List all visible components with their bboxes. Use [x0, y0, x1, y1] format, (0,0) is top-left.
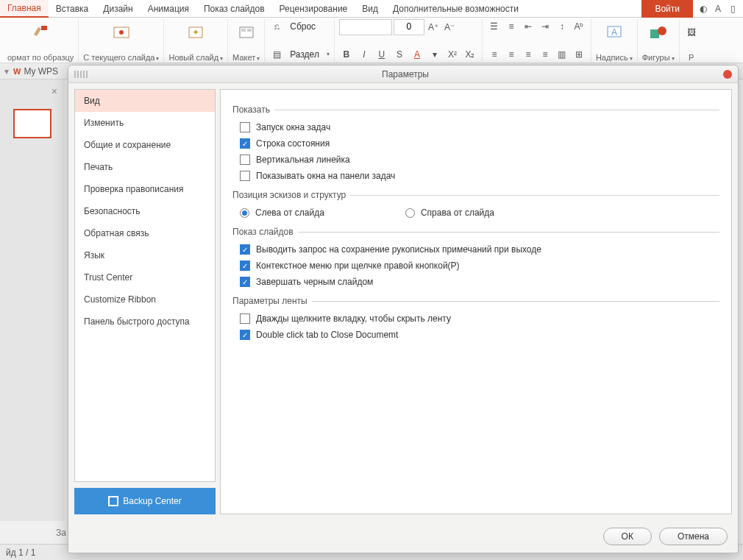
indent-inc-icon[interactable]: ⇥ [538, 19, 552, 34]
tab-insert[interactable]: Вставка [49, 0, 96, 18]
close-pane-icon[interactable]: × [51, 85, 57, 97]
radio-icon[interactable] [405, 208, 415, 218]
cat-general-save[interactable]: Общие и сохранение [75, 134, 215, 156]
ribbon-shapes: Фигуры [638, 19, 680, 62]
opt-task-pane[interactable]: Запуск окна задач [232, 119, 719, 135]
subscript-icon[interactable]: X₂ [463, 47, 477, 62]
cat-print[interactable]: Печать [75, 156, 215, 178]
opt-windows-taskbar[interactable]: Показывать окна на панели задач [232, 168, 719, 184]
checkbox-icon[interactable] [240, 260, 250, 271]
backup-center-button[interactable]: Backup Center [74, 488, 216, 514]
opt-thumb-right[interactable]: Справа от слайда [405, 205, 494, 221]
bold-icon[interactable]: B [339, 47, 354, 62]
svg-point-11 [658, 26, 666, 35]
reset-icon[interactable]: ⎌ [269, 19, 284, 34]
checkbox-icon[interactable] [240, 330, 250, 340]
tab-slideshow[interactable]: Показ слайдов [196, 0, 272, 18]
login-button[interactable]: Войти [641, 0, 693, 18]
reset-label[interactable]: Сброс [290, 21, 316, 32]
cancel-button[interactable]: Отмена [659, 528, 728, 545]
font-color-icon[interactable]: A [410, 47, 424, 62]
checkbox-icon[interactable] [240, 244, 250, 255]
opt-vertical-ruler[interactable]: Вертикальная линейка [232, 152, 719, 168]
opt-context-menu[interactable]: Контекстное меню при щелчке правой кнопк… [232, 258, 719, 274]
checkbox-icon[interactable] [240, 277, 250, 287]
cat-quick-access[interactable]: Панель быстрого доступа [75, 311, 215, 333]
indent-dec-icon[interactable]: ⇤ [521, 19, 536, 34]
textbox-icon[interactable]: A [604, 22, 625, 43]
radio-icon[interactable] [240, 208, 249, 218]
opt-status-bar[interactable]: Строка состояния [232, 135, 719, 152]
align-center-icon[interactable]: ≡ [504, 47, 519, 62]
section-label[interactable]: Раздел [290, 49, 319, 60]
opt-thumb-left[interactable]: Слева от слайда [240, 205, 324, 221]
opt-dblclick-close[interactable]: Double click tab to Close Documemt [232, 327, 719, 343]
from-current-label[interactable]: С текущего слайда [83, 53, 159, 62]
dropdown-arrow-icon[interactable]: ▾ [4, 66, 9, 77]
tab-animation[interactable]: Анимация [141, 0, 196, 18]
mywps-tab[interactable]: My WPS [24, 66, 58, 77]
font-size-combo[interactable]: 0 [394, 19, 424, 35]
shrink-font-icon[interactable]: A⁻ [442, 20, 457, 35]
tab-design[interactable]: Дизайн [96, 0, 140, 18]
section-icon[interactable]: ▤ [269, 47, 284, 62]
from-current-icon[interactable] [111, 22, 132, 43]
bullets-icon[interactable]: ☰ [487, 19, 502, 34]
dialog-titlebar[interactable]: Параметры [68, 65, 738, 83]
shapes-label[interactable]: Фигуры [642, 53, 675, 62]
font-a-icon[interactable]: A [711, 1, 725, 16]
opt-save-ink[interactable]: Выводить запрос на сохранение рукописных… [232, 241, 719, 258]
font-family-combo[interactable] [339, 19, 392, 35]
tab-extras[interactable]: Дополнительные возможности [385, 0, 526, 18]
tab-view[interactable]: Вид [355, 0, 385, 18]
numbering-icon[interactable]: ≡ [504, 19, 519, 34]
group-thumb-pos-title: Позиция эскизов и структур [232, 190, 719, 200]
textbox-label[interactable]: Надпись [596, 53, 633, 62]
text-dir-icon[interactable]: Aᵇ [572, 19, 586, 34]
grow-font-icon[interactable]: A⁺ [426, 20, 441, 35]
cat-view[interactable]: Вид [75, 90, 215, 112]
cat-language[interactable]: Язык [75, 244, 215, 266]
shapes-icon[interactable] [648, 22, 669, 43]
columns-icon[interactable]: ▥ [555, 47, 569, 62]
checkbox-icon[interactable] [240, 313, 250, 324]
svg-point-2 [119, 30, 124, 35]
opt-end-black[interactable]: Завершать черным слайдом [232, 274, 719, 290]
cat-spellcheck[interactable]: Проверка правописания [75, 178, 215, 200]
help-icon[interactable]: ▯ [725, 1, 740, 16]
italic-icon[interactable]: I [357, 47, 372, 62]
skin-icon[interactable]: ◐ [696, 1, 711, 16]
cat-trust-center[interactable]: Trust Center [75, 266, 215, 288]
image-icon[interactable]: 🖼 [684, 25, 699, 40]
tab-home[interactable]: Главная [0, 0, 49, 18]
cat-customize-ribbon[interactable]: Customize Ribbon [75, 288, 215, 311]
cat-feedback[interactable]: Обратная связь [75, 222, 215, 244]
align-dist-icon[interactable]: ⊞ [572, 47, 586, 62]
tab-review[interactable]: Рецензирование [272, 0, 355, 18]
new-slide-icon[interactable]: ✦ [185, 22, 206, 43]
checkbox-icon[interactable] [240, 122, 250, 132]
align-justify-icon[interactable]: ≡ [538, 47, 552, 62]
align-left-icon[interactable]: ≡ [487, 47, 502, 62]
svg-rect-7 [247, 29, 252, 32]
layout-label[interactable]: Макет [232, 53, 260, 62]
new-slide-label[interactable]: Новый слайд [168, 53, 223, 62]
cat-security[interactable]: Безопасность [75, 200, 215, 222]
opt-dblclick-hide[interactable]: Дважды щелкните вкладку, чтобы скрыть ле… [232, 311, 719, 327]
close-dialog-icon[interactable] [723, 70, 732, 79]
checkbox-icon[interactable] [240, 171, 250, 181]
highlight-icon[interactable]: ▾ [427, 47, 442, 62]
underline-icon[interactable]: U [374, 47, 389, 62]
checkbox-icon[interactable] [240, 155, 250, 165]
ok-button[interactable]: ОК [603, 528, 652, 545]
checkbox-icon[interactable] [240, 138, 250, 149]
line-spacing-icon[interactable]: ↕ [555, 19, 569, 34]
format-painter-icon[interactable] [30, 22, 51, 43]
dialog-footer: ОК Отмена [68, 520, 738, 553]
strike-icon[interactable]: S [392, 47, 407, 62]
layout-icon[interactable] [236, 22, 257, 43]
cat-edit[interactable]: Изменить [75, 112, 215, 134]
superscript-icon[interactable]: X² [445, 47, 460, 62]
slide-thumbnail-1[interactable] [13, 109, 51, 138]
align-right-icon[interactable]: ≡ [521, 47, 536, 62]
